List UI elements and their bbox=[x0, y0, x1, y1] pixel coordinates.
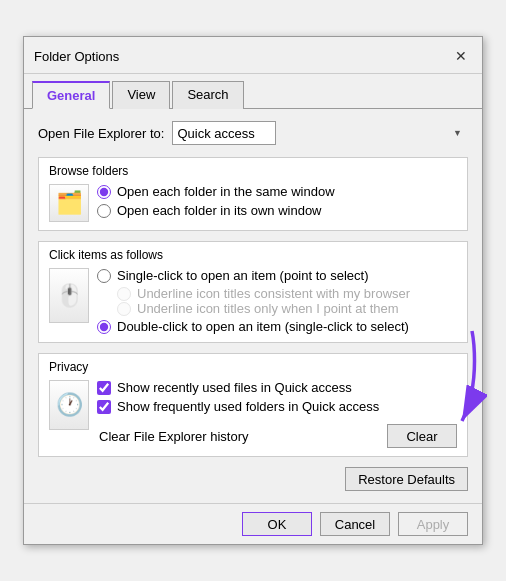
cancel-button[interactable]: Cancel bbox=[320, 512, 390, 536]
close-button[interactable]: ✕ bbox=[450, 45, 472, 67]
browse-folders-title: Browse folders bbox=[49, 164, 457, 178]
click-suboption2[interactable]: Underline icon titles only when I point … bbox=[117, 301, 410, 316]
browse-option1[interactable]: Open each folder in the same window bbox=[97, 184, 335, 199]
click-radio1[interactable] bbox=[97, 269, 111, 283]
clear-row: Clear File Explorer history Clear bbox=[97, 424, 457, 448]
browse-radio-group: Open each folder in the same window Open… bbox=[97, 184, 335, 218]
open-to-row: Open File Explorer to: Quick access This… bbox=[38, 121, 468, 145]
click-option3[interactable]: Double-click to open an item (single-cli… bbox=[97, 319, 410, 334]
browse-folders-inner: 🗂️ Open each folder in the same window O… bbox=[49, 184, 457, 222]
privacy-title: Privacy bbox=[49, 360, 457, 374]
click-items-inner: 🖱️ Single-click to open an item (point t… bbox=[49, 268, 457, 334]
open-to-dropdown[interactable]: Quick access This PC bbox=[172, 121, 276, 145]
browse-folder-icon: 🗂️ bbox=[49, 184, 89, 222]
tab-view[interactable]: View bbox=[112, 81, 170, 109]
click-subradio1 bbox=[117, 287, 131, 301]
dialog-title: Folder Options bbox=[34, 49, 119, 64]
restore-row: Restore Defaults bbox=[38, 467, 468, 491]
open-to-label: Open File Explorer to: bbox=[38, 126, 164, 141]
privacy-checkbox1[interactable]: Show recently used files in Quick access bbox=[97, 380, 457, 395]
tab-strip: General View Search bbox=[24, 74, 482, 109]
tab-search[interactable]: Search bbox=[172, 81, 243, 109]
dialog-footer: OK Cancel Apply bbox=[24, 503, 482, 544]
title-bar: Folder Options ✕ bbox=[24, 37, 482, 74]
restore-defaults-button[interactable]: Restore Defaults bbox=[345, 467, 468, 491]
tab-general[interactable]: General bbox=[32, 81, 110, 109]
clear-button[interactable]: Clear bbox=[387, 424, 457, 448]
click-items-section: Click items as follows 🖱️ Single-click t… bbox=[38, 241, 468, 343]
click-items-title: Click items as follows bbox=[49, 248, 457, 262]
click-suboption1[interactable]: Underline icon titles consistent with my… bbox=[117, 286, 410, 301]
click-icon: 🖱️ bbox=[49, 268, 89, 323]
browse-radio2[interactable] bbox=[97, 204, 111, 218]
privacy-check1[interactable] bbox=[97, 381, 111, 395]
clear-label: Clear File Explorer history bbox=[99, 429, 249, 444]
browse-folders-section: Browse folders 🗂️ Open each folder in th… bbox=[38, 157, 468, 231]
privacy-icon: 🕐 bbox=[49, 380, 89, 430]
privacy-section: Privacy 🕐 Show recently used files in Qu… bbox=[38, 353, 468, 457]
general-panel: Open File Explorer to: Quick access This… bbox=[24, 109, 482, 503]
browse-option2[interactable]: Open each folder in its own window bbox=[97, 203, 335, 218]
privacy-check2[interactable] bbox=[97, 400, 111, 414]
privacy-checkbox2[interactable]: Show frequently used folders in Quick ac… bbox=[97, 399, 457, 414]
ok-button[interactable]: OK bbox=[242, 512, 312, 536]
folder-options-dialog: Folder Options ✕ General View Search Ope… bbox=[23, 36, 483, 545]
click-radio3[interactable] bbox=[97, 320, 111, 334]
click-options-group: Single-click to open an item (point to s… bbox=[97, 268, 410, 334]
click-subradio2 bbox=[117, 302, 131, 316]
click-option1[interactable]: Single-click to open an item (point to s… bbox=[97, 268, 410, 283]
privacy-inner: 🕐 Show recently used files in Quick acce… bbox=[49, 380, 457, 448]
open-to-dropdown-wrapper: Quick access This PC bbox=[172, 121, 468, 145]
apply-button[interactable]: Apply bbox=[398, 512, 468, 536]
privacy-options: Show recently used files in Quick access… bbox=[97, 380, 457, 448]
browse-radio1[interactable] bbox=[97, 185, 111, 199]
click-suboptions: Underline icon titles consistent with my… bbox=[117, 286, 410, 316]
